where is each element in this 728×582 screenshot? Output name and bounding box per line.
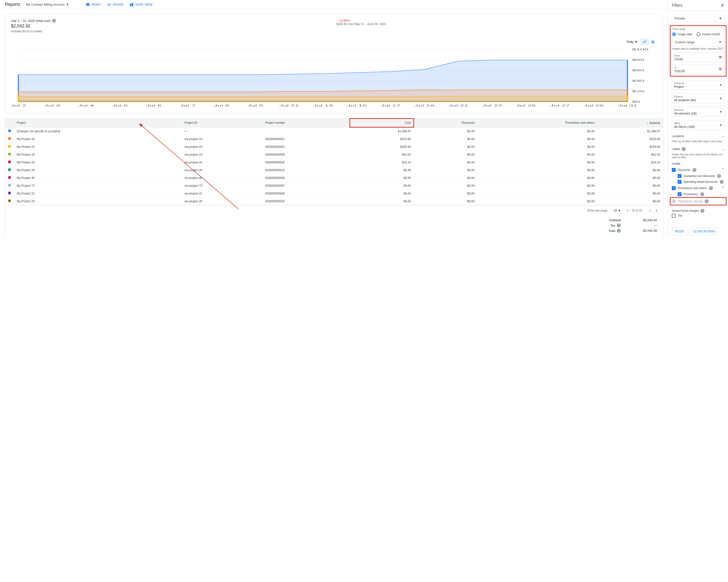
close-filters-icon[interactable]: ✕ <box>721 2 725 8</box>
help-icon[interactable]: ? <box>617 223 621 227</box>
next-page-button[interactable]: › <box>654 208 659 213</box>
help-icon[interactable]: ? <box>52 19 56 23</box>
table-row[interactable]: My Project 73my-project-73000000000007 $… <box>5 182 663 190</box>
svg-text:Jul 29: Jul 29 <box>584 104 603 107</box>
series-color-dot <box>8 184 11 187</box>
usage-date-radio[interactable]: Usage date <box>672 32 692 36</box>
svg-text:Jul 27: Jul 27 <box>550 104 570 107</box>
promotions-checkbox[interactable]: Promotions ? <box>672 191 725 197</box>
tax-checkbox[interactable]: Tax <box>672 213 725 219</box>
sustained-use-checkbox[interactable]: Sustained use discounts ? <box>672 173 725 179</box>
group-by-dropdown[interactable]: Group byProject ▼ <box>672 80 725 90</box>
help-icon[interactable]: ? <box>720 180 724 184</box>
save-view-button[interactable]: SAVE VIEW <box>129 2 153 7</box>
table-row[interactable]: My Project 20my-project-20000000000006 $… <box>5 159 663 166</box>
col-project[interactable]: Project <box>14 118 182 128</box>
custom-range-dropdown[interactable]: Custom range▼ <box>672 38 724 46</box>
print-button[interactable]: PRINT <box>86 2 101 7</box>
spending-based-checkbox[interactable]: Spending based discounts ? <box>672 179 725 185</box>
caret-down-icon: ▼ <box>720 110 722 113</box>
bar-chart-button[interactable] <box>649 38 657 45</box>
svg-rect-12 <box>19 101 627 102</box>
caret-down-icon: ▼ <box>719 40 722 44</box>
discounts-checkbox[interactable]: Discounts ? ⌃ <box>672 167 725 173</box>
chevron-down-icon: ⌄ <box>722 134 725 138</box>
caret-down-icon: ▼ <box>720 97 722 100</box>
projects-dropdown[interactable]: ProjectsAll projects (40) ▼ <box>672 93 725 103</box>
help-icon[interactable]: ? <box>701 209 704 213</box>
total-label: Total? <box>609 229 621 233</box>
granularity-dropdown[interactable]: Daily▼ <box>627 40 638 44</box>
chevron-up-icon[interactable]: ⌃ <box>722 167 725 172</box>
diff-note: $245.60 over May 31 – June 30, 2020 <box>337 22 657 26</box>
caret-down-icon: ▼ <box>618 209 621 212</box>
subtotal-value: $2,042.92 <box>635 218 657 222</box>
sort-down-icon: ↓ <box>647 121 648 125</box>
col-subtotal[interactable]: ↓Subtotal <box>598 118 663 128</box>
help-icon[interactable]: ? <box>700 192 704 196</box>
services-dropdown[interactable]: ServicesAll services (16) ▼ <box>672 107 725 117</box>
close-filters-button[interactable]: CLOSE FILTERS <box>690 228 719 235</box>
period-label: July 1 – 31, 2020 (total cost) ? <box>11 19 332 23</box>
rows-per-page-dropdown[interactable]: 10▼ <box>614 209 621 212</box>
table-row[interactable]: My Project 15my-project-15000000000002 $… <box>5 143 663 151</box>
chevron-up-icon[interactable]: ⌃ <box>722 186 725 190</box>
locations-section[interactable]: Locations ⌄ <box>672 134 725 139</box>
svg-text:Jul 21: Jul 21 <box>448 104 468 107</box>
caret-down-icon: ▼ <box>720 123 722 127</box>
series-color-dot <box>8 199 11 202</box>
prev-page-button[interactable]: ‹ <box>648 208 652 213</box>
table-row[interactable]: My Project 22my-project-22000000000004 $… <box>5 190 663 197</box>
tax-value: — <box>635 223 657 227</box>
col-cost[interactable]: Cost <box>349 118 414 128</box>
from-date-input[interactable]: From7/1/20 📅 <box>672 53 724 62</box>
svg-text:Jul 23: Jul 23 <box>482 104 502 107</box>
svg-text:Jul 7: Jul 7 <box>180 104 196 107</box>
invoice-month-radio[interactable]: Invoice month <box>697 32 720 36</box>
skus-dropdown[interactable]: SKUsAll SKUs (194) ▼ <box>672 120 725 130</box>
caret-down-icon: ▼ <box>634 40 638 44</box>
labels-section[interactable]: Labels? ⌄ <box>672 146 725 152</box>
svg-text:Jul 2: Jul 2 <box>11 104 26 107</box>
table-row[interactable]: My Project 26my-project-26000000000010 $… <box>5 166 663 174</box>
help-icon[interactable]: ? <box>705 199 708 203</box>
table-row[interactable]: My Project 10my-project-10000000000001 $… <box>5 135 663 143</box>
help-icon[interactable]: ? <box>682 147 686 151</box>
caret-down-icon: ▼ <box>719 17 722 20</box>
series-color-dot <box>8 129 11 132</box>
col-project-id[interactable]: Project ID <box>182 118 262 128</box>
svg-text:$80: $80 <box>632 59 644 61</box>
subtotal-label: Subtotal <box>609 218 621 222</box>
page-range: 1 – 10 of 20 <box>627 209 642 212</box>
account-dropdown[interactable]: My Contract Billing Account▼ <box>26 3 69 6</box>
col-project-num[interactable]: Project number <box>262 118 349 128</box>
help-icon[interactable]: ? <box>717 174 721 178</box>
table-row[interactable]: My Project 45my-project-45000000000008 $… <box>5 174 663 182</box>
help-icon[interactable]: ? <box>617 229 621 233</box>
share-button[interactable]: SHARE <box>107 2 124 7</box>
col-promo[interactable]: Promotions and others <box>477 118 597 128</box>
link-icon <box>107 2 111 7</box>
help-icon[interactable]: ? <box>709 186 713 190</box>
to-date-input[interactable]: To7/31/20 📅 <box>672 64 724 74</box>
time-range-label: Time range <box>672 27 724 30</box>
svg-text:Jul 9: Jul 9 <box>248 104 263 107</box>
presets-dropdown[interactable]: Presets▼ <box>672 15 725 22</box>
rows-per-page-label: Rows per page: <box>588 209 608 212</box>
col-discounts[interactable]: Discounts <box>414 118 477 128</box>
availability-note: Usage data is available since January 20… <box>672 47 724 50</box>
reset-button[interactable]: RESET <box>672 228 688 235</box>
help-icon[interactable]: ? <box>693 168 696 172</box>
chevron-down-icon: ⌄ <box>722 147 725 151</box>
line-chart-button[interactable] <box>641 38 649 45</box>
credits-note: includes $0.00 in credits <box>11 30 332 33</box>
filters-title: Filters <box>672 3 682 7</box>
table-row[interactable]: My Project 25my-project-25000000000003 $… <box>5 197 663 205</box>
table-row[interactable]: [Charges not specific to a project]— $1,… <box>5 128 663 135</box>
total-value: $2,042.92 <box>635 229 657 233</box>
table-row[interactable]: My Project 19my-project-19000000000009 $… <box>5 151 663 159</box>
promotions-others-checkbox[interactable]: Promotions and others ? ⌃ <box>672 185 725 191</box>
svg-text:Jul 25: Jul 25 <box>516 104 536 107</box>
series-color-dot <box>8 176 11 179</box>
svg-text:Jul 15: Jul 15 <box>347 104 367 107</box>
